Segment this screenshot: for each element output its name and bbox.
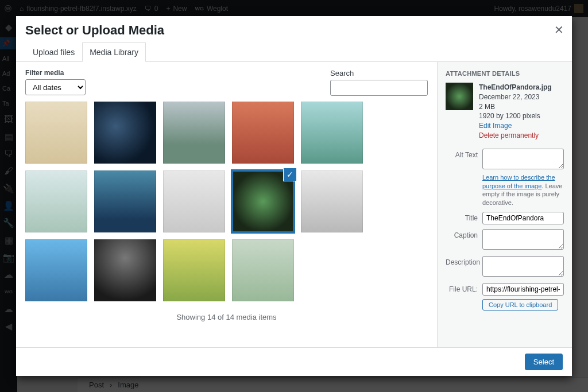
- media-thumbnail[interactable]: [94, 170, 156, 232]
- media-thumbnail[interactable]: [163, 170, 225, 232]
- description-input[interactable]: [482, 256, 564, 277]
- media-thumbnail[interactable]: [25, 170, 87, 232]
- media-grid: [25, 102, 428, 301]
- modal-tabs: Upload files Media Library: [16, 38, 572, 62]
- filter-dates-select[interactable]: All dates: [25, 79, 86, 95]
- media-area: Filter media All dates Search: [16, 62, 437, 347]
- caption-label: Caption: [446, 229, 478, 239]
- fileurl-input[interactable]: [482, 283, 564, 296]
- filter-label: Filter media: [25, 69, 86, 77]
- media-thumbnail[interactable]: [232, 239, 294, 301]
- fileurl-label: File URL:: [446, 283, 478, 293]
- close-button[interactable]: ✕: [554, 23, 564, 37]
- edit-image-link[interactable]: Edit Image: [479, 121, 552, 131]
- select-button[interactable]: Select: [525, 354, 563, 370]
- media-thumbnail[interactable]: [94, 102, 156, 164]
- attachment-details: ATTACHMENT DETAILS TheEndOfPandora.jpg D…: [437, 62, 572, 347]
- search-input[interactable]: [330, 80, 428, 96]
- media-thumbnail[interactable]: [163, 102, 225, 164]
- alt-text-hint: Learn how to describe the purpose of the…: [482, 173, 564, 207]
- caption-input[interactable]: [482, 229, 564, 250]
- media-thumbnail[interactable]: [25, 102, 87, 164]
- media-modal: ✕ Select or Upload Media Upload files Me…: [16, 16, 572, 376]
- media-thumbnail[interactable]: [232, 102, 294, 164]
- media-thumbnail[interactable]: [301, 102, 363, 164]
- media-thumbnail-selected[interactable]: [232, 170, 294, 232]
- attachment-thumb: [446, 83, 473, 110]
- media-thumbnail[interactable]: [25, 239, 87, 301]
- modal-footer: Select: [16, 347, 572, 376]
- media-thumbnail[interactable]: [163, 239, 225, 301]
- delete-permanently-link[interactable]: Delete permanently: [479, 131, 552, 141]
- attachment-dimensions: 1920 by 1200 pixels: [479, 111, 552, 121]
- tab-media-library[interactable]: Media Library: [82, 42, 146, 62]
- media-thumbnail[interactable]: [301, 170, 363, 232]
- title-input[interactable]: [482, 212, 564, 224]
- search-label: Search: [330, 69, 428, 77]
- details-heading: ATTACHMENT DETAILS: [446, 70, 564, 77]
- alt-text-label: Alt Text: [446, 149, 478, 159]
- attachment-size: 2 MB: [479, 102, 552, 112]
- title-label: Title: [446, 212, 478, 222]
- attachment-date: December 22, 2023: [479, 92, 552, 102]
- modal-title: Select or Upload Media: [25, 23, 563, 38]
- media-thumbnail[interactable]: [94, 239, 156, 301]
- attachment-filename: TheEndOfPandora.jpg: [479, 83, 552, 92]
- description-label: Description: [446, 256, 478, 266]
- alt-text-input[interactable]: [482, 149, 564, 169]
- tab-upload-files[interactable]: Upload files: [25, 42, 82, 62]
- showing-count: Showing 14 of 14 media items: [25, 313, 428, 321]
- copy-url-button[interactable]: Copy URL to clipboard: [482, 299, 558, 311]
